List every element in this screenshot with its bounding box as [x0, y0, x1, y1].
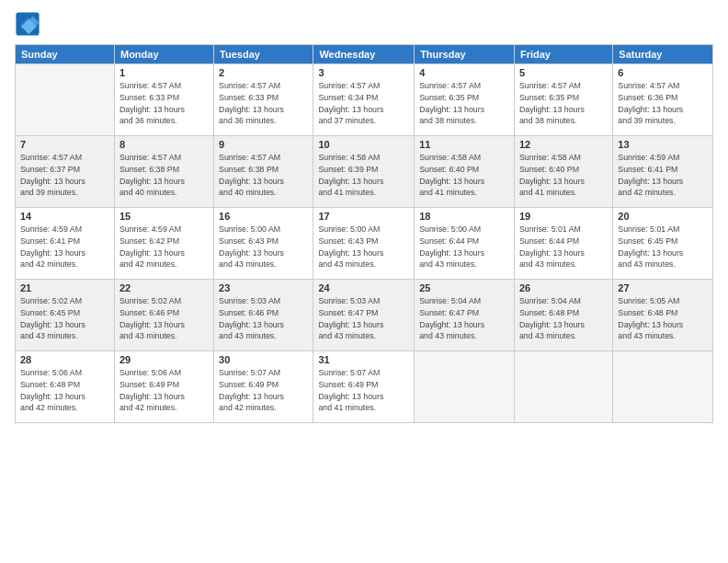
calendar-cell: 30Sunrise: 5:07 AMSunset: 6:49 PMDayligh…	[214, 351, 313, 423]
day-number: 4	[419, 67, 509, 78]
day-number: 26	[519, 282, 608, 293]
calendar-cell: 10Sunrise: 4:58 AMSunset: 6:39 PMDayligh…	[313, 136, 415, 208]
day-info: Sunrise: 5:02 AMSunset: 6:46 PMDaylight:…	[119, 295, 209, 342]
day-number: 15	[119, 211, 209, 222]
calendar-cell: 21Sunrise: 5:02 AMSunset: 6:45 PMDayligh…	[16, 280, 115, 351]
day-number: 8	[119, 139, 209, 150]
calendar-cell: 28Sunrise: 5:06 AMSunset: 6:48 PMDayligh…	[16, 351, 115, 423]
day-number: 21	[20, 282, 109, 293]
calendar-cell: 19Sunrise: 5:01 AMSunset: 6:44 PMDayligh…	[514, 208, 612, 280]
day-info: Sunrise: 5:00 AMSunset: 6:43 PMDaylight:…	[219, 224, 308, 270]
weekday-header: Sunday	[16, 45, 115, 64]
calendar-cell: 1Sunrise: 4:57 AMSunset: 6:33 PMDaylight…	[114, 64, 213, 136]
day-info: Sunrise: 5:05 AMSunset: 6:48 PMDaylight:…	[618, 295, 708, 342]
day-number: 23	[219, 282, 308, 293]
day-info: Sunrise: 4:57 AMSunset: 6:35 PMDaylight:…	[419, 80, 509, 127]
day-number: 19	[519, 211, 608, 222]
day-number: 5	[519, 67, 608, 78]
calendar-cell: 7Sunrise: 4:57 AMSunset: 6:37 PMDaylight…	[16, 136, 115, 208]
weekday-header: Monday	[114, 45, 213, 64]
logo-icon	[15, 11, 40, 37]
calendar-cell: 16Sunrise: 5:00 AMSunset: 6:43 PMDayligh…	[214, 208, 313, 280]
day-info: Sunrise: 5:03 AMSunset: 6:47 PMDaylight:…	[318, 295, 409, 342]
day-number: 17	[318, 211, 409, 222]
day-info: Sunrise: 4:59 AMSunset: 6:42 PMDaylight:…	[119, 224, 209, 270]
calendar-cell: 5Sunrise: 4:57 AMSunset: 6:35 PMDaylight…	[514, 64, 612, 136]
calendar-cell	[514, 351, 612, 423]
calendar-header: SundayMondayTuesdayWednesdayThursdayFrid…	[16, 45, 713, 64]
day-info: Sunrise: 4:57 AMSunset: 6:33 PMDaylight:…	[119, 80, 209, 127]
day-info: Sunrise: 4:57 AMSunset: 6:38 PMDaylight:…	[219, 152, 308, 199]
day-number: 27	[618, 282, 708, 293]
calendar-cell: 11Sunrise: 4:58 AMSunset: 6:40 PMDayligh…	[415, 136, 515, 208]
day-number: 30	[219, 354, 308, 365]
calendar-week-row: 1Sunrise: 4:57 AMSunset: 6:33 PMDaylight…	[16, 64, 713, 136]
day-info: Sunrise: 5:07 AMSunset: 6:49 PMDaylight:…	[219, 367, 308, 414]
day-info: Sunrise: 4:57 AMSunset: 6:37 PMDaylight:…	[20, 152, 109, 199]
day-info: Sunrise: 5:06 AMSunset: 6:49 PMDaylight:…	[119, 367, 209, 414]
day-info: Sunrise: 4:57 AMSunset: 6:35 PMDaylight:…	[519, 80, 608, 127]
day-info: Sunrise: 5:04 AMSunset: 6:47 PMDaylight:…	[419, 295, 509, 342]
calendar-cell: 12Sunrise: 4:58 AMSunset: 6:40 PMDayligh…	[514, 136, 612, 208]
day-number: 2	[219, 67, 308, 78]
day-info: Sunrise: 5:03 AMSunset: 6:46 PMDaylight:…	[219, 295, 308, 342]
weekday-header: Friday	[514, 45, 612, 64]
calendar-cell: 6Sunrise: 4:57 AMSunset: 6:36 PMDaylight…	[613, 64, 713, 136]
calendar-cell: 31Sunrise: 5:07 AMSunset: 6:49 PMDayligh…	[313, 351, 415, 423]
day-info: Sunrise: 4:58 AMSunset: 6:40 PMDaylight:…	[419, 152, 509, 199]
day-number: 14	[20, 211, 109, 222]
day-number: 13	[618, 139, 708, 150]
calendar-cell: 8Sunrise: 4:57 AMSunset: 6:38 PMDaylight…	[114, 136, 213, 208]
calendar-cell: 15Sunrise: 4:59 AMSunset: 6:42 PMDayligh…	[114, 208, 213, 280]
day-info: Sunrise: 5:02 AMSunset: 6:45 PMDaylight:…	[20, 295, 109, 342]
calendar-cell: 20Sunrise: 5:01 AMSunset: 6:45 PMDayligh…	[613, 208, 713, 280]
calendar-cell: 3Sunrise: 4:57 AMSunset: 6:34 PMDaylight…	[313, 64, 415, 136]
day-info: Sunrise: 4:59 AMSunset: 6:41 PMDaylight:…	[20, 224, 109, 270]
calendar-cell: 25Sunrise: 5:04 AMSunset: 6:47 PMDayligh…	[415, 280, 515, 351]
calendar-week-row: 21Sunrise: 5:02 AMSunset: 6:45 PMDayligh…	[16, 280, 713, 351]
calendar: SundayMondayTuesdayWednesdayThursdayFrid…	[15, 44, 713, 423]
day-number: 22	[119, 282, 209, 293]
day-info: Sunrise: 5:04 AMSunset: 6:48 PMDaylight:…	[519, 295, 608, 342]
day-info: Sunrise: 4:58 AMSunset: 6:39 PMDaylight:…	[318, 152, 409, 199]
day-number: 10	[318, 139, 409, 150]
day-number: 3	[318, 67, 409, 78]
day-info: Sunrise: 5:00 AMSunset: 6:44 PMDaylight:…	[419, 224, 509, 270]
calendar-cell: 14Sunrise: 4:59 AMSunset: 6:41 PMDayligh…	[16, 208, 115, 280]
day-info: Sunrise: 4:57 AMSunset: 6:33 PMDaylight:…	[219, 80, 308, 127]
day-info: Sunrise: 4:58 AMSunset: 6:40 PMDaylight:…	[519, 152, 608, 199]
day-number: 11	[419, 139, 509, 150]
day-number: 20	[618, 211, 708, 222]
day-number: 31	[318, 354, 409, 365]
weekday-header: Saturday	[613, 45, 713, 64]
day-number: 28	[20, 354, 109, 365]
page-header	[15, 11, 713, 37]
calendar-week-row: 7Sunrise: 4:57 AMSunset: 6:37 PMDaylight…	[16, 136, 713, 208]
weekday-header: Thursday	[415, 45, 515, 64]
logo	[15, 11, 44, 37]
day-number: 9	[219, 139, 308, 150]
calendar-cell: 4Sunrise: 4:57 AMSunset: 6:35 PMDaylight…	[415, 64, 515, 136]
calendar-cell: 29Sunrise: 5:06 AMSunset: 6:49 PMDayligh…	[114, 351, 213, 423]
day-number: 25	[419, 282, 509, 293]
calendar-week-row: 28Sunrise: 5:06 AMSunset: 6:48 PMDayligh…	[16, 351, 713, 423]
day-info: Sunrise: 5:01 AMSunset: 6:44 PMDaylight:…	[519, 224, 608, 270]
calendar-cell: 18Sunrise: 5:00 AMSunset: 6:44 PMDayligh…	[415, 208, 515, 280]
weekday-header: Tuesday	[214, 45, 313, 64]
calendar-cell: 24Sunrise: 5:03 AMSunset: 6:47 PMDayligh…	[313, 280, 415, 351]
calendar-cell	[415, 351, 515, 423]
day-number: 1	[119, 67, 209, 78]
calendar-body: 1Sunrise: 4:57 AMSunset: 6:33 PMDaylight…	[16, 64, 713, 423]
day-number: 6	[618, 67, 708, 78]
day-number: 24	[318, 282, 409, 293]
calendar-cell: 13Sunrise: 4:59 AMSunset: 6:41 PMDayligh…	[613, 136, 713, 208]
day-info: Sunrise: 5:00 AMSunset: 6:43 PMDaylight:…	[318, 224, 409, 270]
calendar-cell: 2Sunrise: 4:57 AMSunset: 6:33 PMDaylight…	[214, 64, 313, 136]
calendar-cell: 9Sunrise: 4:57 AMSunset: 6:38 PMDaylight…	[214, 136, 313, 208]
calendar-cell: 26Sunrise: 5:04 AMSunset: 6:48 PMDayligh…	[514, 280, 612, 351]
calendar-cell: 23Sunrise: 5:03 AMSunset: 6:46 PMDayligh…	[214, 280, 313, 351]
day-info: Sunrise: 5:07 AMSunset: 6:49 PMDaylight:…	[318, 367, 409, 414]
day-info: Sunrise: 5:01 AMSunset: 6:45 PMDaylight:…	[618, 224, 708, 270]
day-number: 29	[119, 354, 209, 365]
day-info: Sunrise: 5:06 AMSunset: 6:48 PMDaylight:…	[20, 367, 109, 414]
